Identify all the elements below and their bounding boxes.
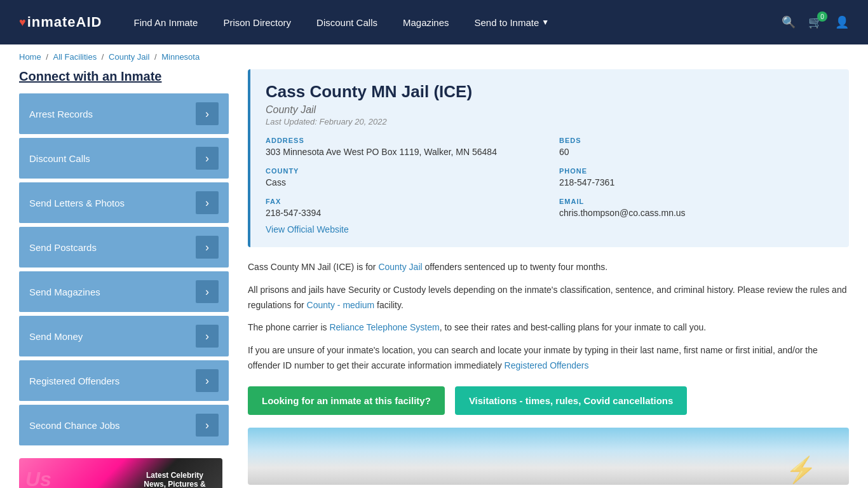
sidebar-item-label: Send Magazines bbox=[29, 287, 100, 297]
breadcrumb-home[interactable]: Home bbox=[19, 52, 41, 62]
breadcrumb-all-facilities[interactable]: All Facilities bbox=[53, 52, 97, 62]
sidebar-item-arrest-records[interactable]: Arrest Records › bbox=[19, 93, 229, 134]
site-header: ♥ inmateAID Find An Inmate Prison Direct… bbox=[0, 0, 868, 44]
header-icons: 🔍 🛒 0 👤 bbox=[782, 15, 849, 29]
email-value: chris.thompson@co.cass.mn.us bbox=[559, 208, 834, 218]
ad-banner-content: Latest Celebrity News, Pictures & Entert… bbox=[133, 464, 216, 488]
utility-poles-decoration: ⚡ bbox=[785, 455, 817, 485]
address-value: 303 Minnesota Ave West PO Box 1119, Walk… bbox=[266, 147, 540, 157]
description-p1: Cass County MN Jail (ICE) is for County … bbox=[248, 260, 849, 275]
county-value: Cass bbox=[266, 177, 540, 187]
beds-value: 60 bbox=[559, 147, 834, 157]
official-website-link[interactable]: View Official Website bbox=[266, 224, 349, 234]
breadcrumb-county-jail[interactable]: County Jail bbox=[109, 52, 149, 62]
sidebar-item-send-magazines[interactable]: Send Magazines › bbox=[19, 271, 229, 312]
sidebar-item-discount-calls[interactable]: Discount Calls › bbox=[19, 138, 229, 179]
sidebar-item-label: Arrest Records bbox=[29, 109, 93, 119]
sidebar-item-label: Second Chance Jobs bbox=[29, 420, 120, 431]
sidebar-arrow-icon: › bbox=[196, 325, 219, 348]
nav-find-inmate[interactable]: Find An Inmate bbox=[133, 17, 198, 28]
sidebar-arrow-icon: › bbox=[196, 191, 219, 214]
sidebar-arrow-icon: › bbox=[196, 147, 219, 170]
sidebar-arrow-icon: › bbox=[196, 280, 219, 303]
facility-image: ⚡ bbox=[248, 428, 849, 485]
search-icon[interactable]: 🔍 bbox=[782, 15, 796, 29]
sidebar-item-label: Registered Offenders bbox=[29, 376, 119, 386]
main-layout: Connect with an Inmate Arrest Records › … bbox=[0, 69, 868, 488]
nav-prison-directory[interactable]: Prison Directory bbox=[223, 17, 291, 28]
description-p2: All prisons and jails have Security or C… bbox=[248, 283, 849, 313]
facility-info-grid: ADDRESS 303 Minnesota Ave West PO Box 11… bbox=[266, 137, 834, 218]
sidebar-arrow-icon: › bbox=[196, 369, 219, 392]
main-nav: Find An Inmate Prison Directory Discount… bbox=[133, 17, 763, 28]
logo-icon: ♥ bbox=[19, 16, 26, 29]
sidebar-item-label: Send Letters & Photos bbox=[29, 198, 125, 208]
fax-block: FAX 218-547-3394 bbox=[266, 198, 540, 218]
user-icon[interactable]: 👤 bbox=[835, 15, 849, 29]
registered-offenders-link[interactable]: Registered Offenders bbox=[505, 360, 589, 370]
email-block: EMAIL chris.thompson@co.cass.mn.us bbox=[559, 198, 834, 218]
sidebar-item-label: Send Money bbox=[29, 331, 83, 342]
sidebar: Connect with an Inmate Arrest Records › … bbox=[19, 69, 229, 488]
nav-send-to-inmate[interactable]: Send to Inmate ▼ bbox=[475, 17, 550, 28]
ad-logo: Us bbox=[25, 468, 51, 488]
sidebar-item-second-chance-jobs[interactable]: Second Chance Jobs › bbox=[19, 405, 229, 445]
sidebar-title: Connect with an Inmate bbox=[19, 69, 229, 84]
phone-value: 218-547-7361 bbox=[559, 177, 834, 187]
description-p3: The phone carrier is Reliance Telephone … bbox=[248, 320, 849, 336]
county-block: COUNTY Cass bbox=[266, 167, 540, 187]
address-label: ADDRESS bbox=[266, 137, 540, 144]
nav-discount-calls[interactable]: Discount Calls bbox=[316, 17, 377, 28]
sidebar-item-registered-offenders[interactable]: Registered Offenders › bbox=[19, 360, 229, 401]
sidebar-arrow-icon: › bbox=[196, 236, 219, 259]
cart-badge: 0 bbox=[817, 11, 827, 22]
cta-buttons: Looking for an inmate at this facility? … bbox=[248, 386, 849, 415]
sidebar-arrow-icon: › bbox=[196, 414, 219, 437]
beds-block: BEDS 60 bbox=[559, 137, 834, 157]
nav-magazines[interactable]: Magazines bbox=[403, 17, 449, 28]
phone-block: PHONE 218-547-7361 bbox=[559, 167, 834, 187]
logo-text: inmateAID bbox=[27, 14, 102, 30]
facility-card: Cass County MN Jail (ICE) County Jail La… bbox=[248, 69, 849, 247]
breadcrumb: Home / All Facilities / County Jail / Mi… bbox=[0, 44, 868, 69]
sidebar-item-label: Discount Calls bbox=[29, 153, 90, 164]
sidebar-item-label: Send Postcards bbox=[29, 242, 97, 253]
main-content: Cass County MN Jail (ICE) County Jail La… bbox=[248, 69, 849, 488]
fax-value: 218-547-3394 bbox=[266, 208, 540, 218]
facility-name: Cass County MN Jail (ICE) bbox=[266, 82, 834, 102]
looking-for-inmate-button[interactable]: Looking for an inmate at this facility? bbox=[248, 386, 445, 415]
fax-label: FAX bbox=[266, 198, 540, 205]
sidebar-item-send-money[interactable]: Send Money › bbox=[19, 316, 229, 356]
address-block: ADDRESS 303 Minnesota Ave West PO Box 11… bbox=[266, 137, 540, 157]
visitations-button[interactable]: Visitations - times, rules, Covid cancel… bbox=[455, 386, 688, 415]
county-medium-link[interactable]: County - medium bbox=[307, 300, 375, 310]
email-label: EMAIL bbox=[559, 198, 834, 205]
cart-icon[interactable]: 🛒 0 bbox=[808, 15, 822, 29]
dropdown-arrow-icon: ▼ bbox=[541, 18, 549, 27]
beds-label: BEDS bbox=[559, 137, 834, 144]
facility-updated: Last Updated: February 20, 2022 bbox=[266, 117, 834, 126]
phone-label: PHONE bbox=[559, 167, 834, 175]
sidebar-arrow-icon: › bbox=[196, 102, 219, 125]
sidebar-item-send-postcards[interactable]: Send Postcards › bbox=[19, 227, 229, 268]
sidebar-item-send-letters[interactable]: Send Letters & Photos › bbox=[19, 182, 229, 223]
reliance-telephone-link[interactable]: Reliance Telephone System bbox=[329, 322, 439, 332]
description-p4: If you are unsure of your inmate's locat… bbox=[248, 343, 849, 374]
county-label: COUNTY bbox=[266, 167, 540, 175]
logo[interactable]: ♥ inmateAID bbox=[19, 14, 102, 30]
facility-type: County Jail bbox=[266, 104, 834, 116]
breadcrumb-state[interactable]: Minnesota bbox=[161, 52, 200, 62]
county-jail-link[interactable]: County Jail bbox=[378, 262, 422, 272]
ad-banner[interactable]: Us Latest Celebrity News, Pictures & Ent… bbox=[19, 458, 222, 488]
ad-title: Latest Celebrity News, Pictures & Entert… bbox=[140, 471, 210, 488]
